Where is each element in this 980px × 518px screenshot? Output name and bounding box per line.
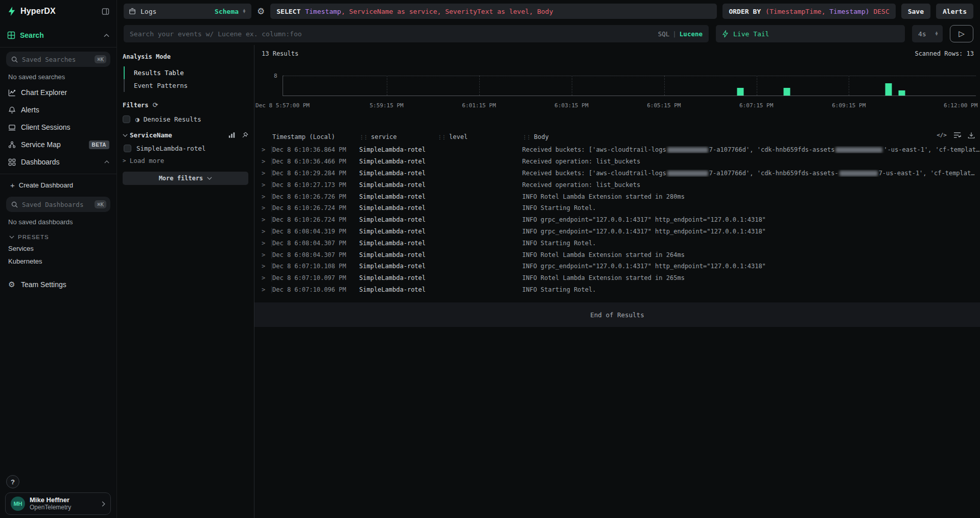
drag-handle-icon[interactable]: ⋮⋮ <box>359 134 367 140</box>
col-timestamp[interactable]: Timestamp (Local) <box>272 133 359 140</box>
sql-toggle[interactable]: SQL <box>658 30 670 38</box>
load-more-button[interactable]: > Load more <box>123 157 248 164</box>
orderby-input[interactable]: ORDER BY (TimestampTime, Timestamp) DESC <box>722 4 895 19</box>
collapse-sidebar-icon[interactable] <box>102 8 109 15</box>
denoise-results-toggle[interactable]: ◑ Denoise Results <box>123 115 248 123</box>
query-token: (TimestampTime <box>765 8 822 15</box>
monitor-icon <box>7 124 16 131</box>
query-token: , <box>341 8 349 15</box>
pin-icon[interactable] <box>242 132 248 138</box>
code-view-icon[interactable]: </> <box>937 132 947 139</box>
table-row[interactable]: >│Dec 8 6:10:36.864 PMSimpleLambda-rotel… <box>254 144 980 156</box>
col-service[interactable]: ⋮⋮service <box>359 133 437 140</box>
expand-row-chevron[interactable]: >│ <box>254 170 272 177</box>
gear-icon[interactable]: ⚙ <box>257 6 265 17</box>
wrap-lines-icon[interactable] <box>953 132 961 139</box>
sidebar-item-search[interactable]: Search <box>0 27 116 44</box>
col-level[interactable]: ⋮⋮level <box>437 133 522 140</box>
end-of-results: End of Results <box>254 302 980 327</box>
histogram-bar[interactable] <box>898 90 905 96</box>
sidebar-item-alerts[interactable]: Alerts <box>0 101 116 119</box>
sidebar-item-team-settings[interactable]: ⚙ Team Settings <box>0 276 116 293</box>
histogram-bar[interactable] <box>885 83 892 96</box>
run-query-button[interactable]: ▷ <box>950 25 973 42</box>
x-axis-tick: 6:09:15 PM <box>832 102 866 109</box>
expand-row-chevron[interactable]: >│ <box>254 204 272 211</box>
source-select[interactable]: Logs Schema ▲▼ <box>124 4 251 19</box>
help-button[interactable]: ? <box>6 475 19 488</box>
create-dashboard-button[interactable]: + Create Dashboard <box>0 177 116 193</box>
bar-chart-icon[interactable] <box>228 132 236 138</box>
table-row[interactable]: >│Dec 8 6:10:26.726 PMSimpleLambda-rotel… <box>254 191 980 202</box>
select-query-input[interactable]: SELECT Timestamp, ServiceName as service… <box>270 4 717 19</box>
refresh-icon[interactable]: ⟳ <box>153 101 158 109</box>
expand-row-chevron[interactable]: >│ <box>254 263 272 270</box>
event-search-input[interactable]: Search your events w/ Lucene ex. column:… <box>124 25 709 42</box>
denoise-checkbox[interactable] <box>123 115 130 123</box>
expand-row-chevron[interactable]: >│ <box>254 251 272 258</box>
sidebar-item-chart-explorer[interactable]: Chart Explorer <box>0 84 116 101</box>
expand-row-chevron[interactable]: >│ <box>254 286 272 293</box>
mode-event-patterns[interactable]: Event Patterns <box>124 79 248 92</box>
preset-item-services[interactable]: Services <box>0 242 116 255</box>
language-toggle[interactable]: SQL|Lucene <box>658 30 703 38</box>
mode-results-table[interactable]: Results Table <box>124 66 248 79</box>
expand-row-chevron[interactable]: >│ <box>254 240 272 247</box>
cell-timestamp: Dec 8 6:10:36.466 PM <box>272 158 359 165</box>
expand-row-chevron[interactable]: >│ <box>254 216 272 223</box>
table-row[interactable]: >│Dec 8 6:10:26.724 PMSimpleLambda-rotel… <box>254 202 980 214</box>
table-row[interactable]: >│Dec 8 6:10:26.724 PMSimpleLambda-rotel… <box>254 214 980 226</box>
drag-handle-icon[interactable]: ⋮⋮ <box>437 134 446 140</box>
schema-label: Schema <box>215 8 239 15</box>
chevron-up-icon[interactable] <box>104 34 109 37</box>
histogram-bar[interactable] <box>737 88 743 96</box>
histogram-bar[interactable] <box>783 88 790 96</box>
table-row[interactable]: >│Dec 8 6:07:10.108 PMSimpleLambda-rotel… <box>254 261 980 272</box>
sidebar-item-service-map[interactable]: Service Map BETA <box>0 136 116 153</box>
results-histogram[interactable]: 8 Dec 8 5:57:00 PM5:59:15 PM6:01:15 PM6:… <box>254 68 980 110</box>
save-button[interactable]: Save <box>901 4 930 19</box>
chevron-updown-icon[interactable]: ▲▼ <box>935 32 939 36</box>
presets-toggle[interactable]: PRESETS <box>0 229 116 242</box>
expand-row-chevron[interactable]: >│ <box>254 228 272 235</box>
sidebar-item-label: Alerts <box>21 106 39 114</box>
table-row[interactable]: >│Dec 8 6:07:10.096 PMSimpleLambda-rotel… <box>254 284 980 296</box>
more-filters-button[interactable]: More filters <box>123 172 248 185</box>
expand-row-chevron[interactable]: >│ <box>254 146 272 153</box>
col-body[interactable]: ⋮⋮Body <box>522 133 980 140</box>
saved-searches-input[interactable]: Saved Searches ⌘K <box>6 52 110 67</box>
table-row[interactable]: >│Dec 8 6:10:29.284 PMSimpleLambda-rotel… <box>254 168 980 179</box>
cell-timestamp: Dec 8 6:07:10.097 PM <box>272 274 359 281</box>
sidebar-item-dashboards[interactable]: Dashboards <box>0 153 116 171</box>
saved-dashboards-input[interactable]: Saved Dashboards ⌘K <box>6 197 110 212</box>
filters-header: Filters ⟳ <box>123 101 248 109</box>
table-row[interactable]: >│Dec 8 6:08:04.307 PMSimpleLambda-rotel… <box>254 237 980 249</box>
table-row[interactable]: >│Dec 8 6:08:04.307 PMSimpleLambda-rotel… <box>254 249 980 261</box>
lucene-toggle[interactable]: Lucene <box>680 30 703 38</box>
download-icon[interactable] <box>968 132 975 139</box>
expand-row-chevron[interactable]: >│ <box>254 193 272 200</box>
sidebar-item-client-sessions[interactable]: Client Sessions <box>0 119 116 136</box>
expand-row-chevron[interactable]: >│ <box>254 158 272 165</box>
expand-row-chevron[interactable]: >│ <box>254 274 272 281</box>
table-row[interactable]: >│Dec 8 6:07:10.097 PMSimpleLambda-rotel… <box>254 272 980 284</box>
query-token: , <box>529 8 538 15</box>
preset-item-kubernetes[interactable]: Kubernetes <box>0 255 116 268</box>
beta-badge: BETA <box>89 140 109 149</box>
table-row[interactable]: >│Dec 8 6:08:04.319 PMSimpleLambda-rotel… <box>254 226 980 238</box>
query-toolbar: Logs Schema ▲▼ ⚙ SELECT Timestamp, Servi… <box>117 0 980 22</box>
refresh-interval-select[interactable]: 4s ▲▼ <box>912 25 943 42</box>
facet-servicename-header[interactable]: ServiceName <box>123 131 248 139</box>
table-row[interactable]: >│Dec 8 6:10:36.466 PMSimpleLambda-rotel… <box>254 156 980 168</box>
drag-handle-icon[interactable]: ⋮⋮ <box>522 134 530 140</box>
live-tail-button[interactable]: Live Tail <box>716 25 905 42</box>
facet-checkbox[interactable] <box>124 145 131 152</box>
expand-row-chevron[interactable]: >│ <box>254 181 272 189</box>
user-profile-card[interactable]: MH Mike Heffner OpenTelemetry <box>5 492 111 515</box>
facet-value-simplelambda[interactable]: SimpleLambda-rotel <box>124 145 248 152</box>
alerts-button[interactable]: Alerts <box>936 4 973 19</box>
cell-timestamp: Dec 8 6:07:10.096 PM <box>272 286 359 293</box>
chevron-up-icon[interactable] <box>104 160 109 163</box>
chevron-right-icon: > <box>262 158 265 165</box>
table-row[interactable]: >│Dec 8 6:10:27.173 PMSimpleLambda-rotel… <box>254 179 980 191</box>
